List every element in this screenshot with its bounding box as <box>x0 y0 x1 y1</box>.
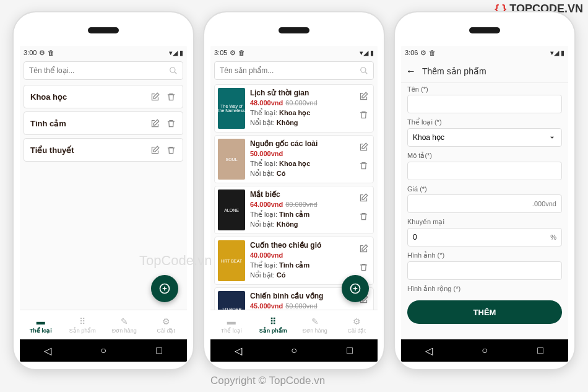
product-title: Mắt biếc <box>250 189 347 200</box>
gear-icon: ⚙ <box>39 49 45 57</box>
edit-icon[interactable] <box>358 141 369 152</box>
nav-settings[interactable]: ⚙Cài đặt <box>145 310 188 339</box>
product-item[interactable]: ALONE Mắt biếc 64.000vnd80.000vnd Thể lo… <box>214 186 374 234</box>
product-thumbnail: The Way of the Nameless <box>218 88 245 129</box>
home-key[interactable]: ○ <box>91 345 116 356</box>
battery-icon: ▮ <box>179 49 183 57</box>
product-price: 50.000vnd <box>250 150 283 157</box>
price-label: Giá (*) <box>407 185 562 193</box>
image-label: Hình ảnh (*) <box>407 251 562 259</box>
back-key[interactable]: ◁ <box>226 345 251 357</box>
product-title: Cuốn theo chiều gió <box>250 240 347 251</box>
add-button[interactable] <box>151 275 178 302</box>
product-item[interactable]: The Way of the Nameless Lịch sử thời gia… <box>214 84 374 133</box>
category-item[interactable]: Tình cảm <box>24 111 183 135</box>
nav-categories[interactable]: ▬Thể loại <box>210 310 253 339</box>
search-bar[interactable] <box>214 61 374 80</box>
chevron-down-icon <box>548 133 556 142</box>
product-price: 40.000vnd <box>250 251 283 259</box>
delete-icon[interactable] <box>165 144 176 155</box>
search-icon <box>169 66 178 75</box>
product-info: Mắt biếc 64.000vnd80.000vnd Thể loại: Tì… <box>250 189 347 230</box>
search-input[interactable] <box>29 66 169 75</box>
wifi-icon: ▾◢ <box>169 49 178 57</box>
phone-speaker <box>279 27 309 33</box>
product-title: Lịch sử thời gian <box>250 88 347 98</box>
delete-icon[interactable] <box>165 91 176 102</box>
android-soft-keys: ◁ ○ □ <box>210 339 378 362</box>
product-thumbnail: SOUL <box>218 139 245 180</box>
price-field[interactable]: .000vnd <box>407 194 562 213</box>
nav-categories[interactable]: ▬Thể loại <box>20 310 62 339</box>
product-thumbnail: J.D.ROBB PASSIONS <box>218 291 245 310</box>
android-soft-keys: ◁ ○ □ <box>401 339 568 362</box>
page-title: Thêm sản phẩm <box>422 66 486 76</box>
edit-icon[interactable] <box>149 118 160 129</box>
recent-key[interactable]: □ <box>147 345 171 356</box>
product-item[interactable]: SOUL Nguồn gốc các loài 50.000vnd Thể lo… <box>214 135 374 183</box>
phone-speaker <box>88 27 119 33</box>
delete-icon[interactable] <box>358 109 369 120</box>
image-wide-label: Hình ảnh rộng (*) <box>407 285 562 293</box>
phone-speaker <box>469 27 500 33</box>
promo-field[interactable]: 0% <box>407 228 562 246</box>
image-field[interactable] <box>407 261 562 280</box>
product-info: Lịch sử thời gian 48.000vnd60.000vnd Thể… <box>250 88 347 129</box>
search-input[interactable] <box>220 66 360 75</box>
category-item[interactable]: Khoa học <box>24 85 183 108</box>
delete-icon[interactable] <box>358 211 369 222</box>
svg-point-5 <box>361 68 366 72</box>
back-key[interactable]: ◁ <box>35 345 60 357</box>
name-field[interactable] <box>407 95 562 113</box>
back-icon[interactable]: ← <box>406 66 416 77</box>
bottom-nav: ▬Thể loại ⠿Sản phẩm ✎Đơn hàng ⚙Cài đặt <box>20 310 187 339</box>
recent-key[interactable]: □ <box>337 345 362 356</box>
back-key[interactable]: ◁ <box>417 345 441 357</box>
product-thumbnail: ALONE <box>218 189 245 230</box>
name-label: Tên (*) <box>407 85 562 93</box>
desc-field[interactable] <box>407 162 562 180</box>
submit-button[interactable]: THÊM <box>407 300 562 324</box>
category-name: Khoa học <box>30 92 144 102</box>
nav-products[interactable]: ⠿Sản phẩm <box>62 310 104 339</box>
edit-icon[interactable] <box>358 192 369 203</box>
svg-point-0 <box>170 68 175 72</box>
status-bar: 3:00 ⚙ 🗑 ▾◢ ▮ <box>20 46 187 59</box>
category-list: Khoa học Tình cảm Tiểu thuyết <box>20 82 187 310</box>
nav-settings[interactable]: ⚙Cài đặt <box>336 310 378 339</box>
product-info: Cuốn theo chiều gió 40.000vnd Thể loại: … <box>250 240 347 281</box>
nav-orders[interactable]: ✎Đơn hàng <box>294 310 336 339</box>
phone-frame-1: 3:00 ⚙ 🗑 ▾◢ ▮ Khoa học Tình cảm Tiểu thu… <box>12 11 194 370</box>
bottom-nav: ▬Thể loại ⠿Sản phẩm ✎Đơn hàng ⚙Cài đặt <box>210 310 378 339</box>
nav-orders[interactable]: ✎Đơn hàng <box>103 310 145 339</box>
edit-icon[interactable] <box>149 144 160 155</box>
add-button[interactable] <box>342 275 369 302</box>
watermark-footer: Copyright © TopCode.vn <box>210 375 325 387</box>
svg-line-1 <box>175 72 177 74</box>
search-bar[interactable] <box>24 61 183 80</box>
product-info: Nguồn gốc các loài 50.000vnd Thể loại: K… <box>250 139 347 180</box>
svg-line-6 <box>365 72 368 74</box>
product-price: 64.000vnd <box>250 201 283 208</box>
edit-icon[interactable] <box>358 243 369 254</box>
delete-icon[interactable] <box>165 118 176 129</box>
product-list: The Way of the Nameless Lịch sử thời gia… <box>210 82 378 310</box>
nav-products[interactable]: ⠿Sản phẩm <box>253 310 295 339</box>
trash-icon: 🗑 <box>48 49 54 56</box>
category-select[interactable]: Khoa học <box>407 128 562 147</box>
category-item[interactable]: Tiểu thuyết <box>24 138 183 162</box>
edit-icon[interactable] <box>358 90 369 102</box>
delete-icon[interactable] <box>358 261 369 272</box>
home-key[interactable]: ○ <box>282 345 306 356</box>
phone-frame-2: 3:05 ⚙ 🗑 ▾◢ ▮ The Way of the Nameless Lị… <box>203 11 385 370</box>
product-price: 45.000vnd <box>250 302 283 310</box>
delete-icon[interactable] <box>358 160 369 171</box>
desc-label: Mô tả(*) <box>407 152 562 160</box>
phone-frame-3: 3:06 ⚙ 🗑 ▾◢ ▮ ← Thêm sản phẩm Tên (*) Th… <box>394 11 576 370</box>
home-key[interactable]: ○ <box>472 345 497 356</box>
edit-icon[interactable] <box>149 91 160 102</box>
status-bar: 3:05 ⚙ 🗑 ▾◢ ▮ <box>210 46 378 59</box>
search-icon <box>360 66 368 75</box>
recent-key[interactable]: □ <box>528 345 553 356</box>
category-name: Tình cảm <box>30 119 144 128</box>
